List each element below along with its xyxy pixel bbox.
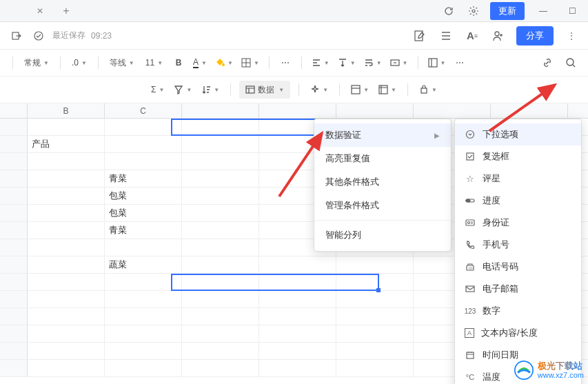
column-header[interactable] xyxy=(259,103,336,118)
submenu-item-number[interactable]: 123数字 xyxy=(455,300,581,322)
update-button[interactable]: 更新 xyxy=(490,2,525,20)
group-button[interactable]: ▼ xyxy=(376,81,399,99)
more-button[interactable]: ⋯ xyxy=(451,54,469,72)
merge-button[interactable]: ▼ xyxy=(387,54,411,72)
column-header[interactable]: B xyxy=(28,103,105,118)
plugin-button[interactable]: ▼ xyxy=(416,81,440,99)
submenu-item-dropdown[interactable]: 下拉选项 xyxy=(455,123,581,145)
more-format-icon[interactable]: ⋯ xyxy=(276,54,294,72)
watermark: 极光下载站 www.xz7.com xyxy=(514,361,584,380)
save-time: 09:23 xyxy=(91,31,112,41)
font-format-icon[interactable]: A≡ xyxy=(464,28,480,44)
number-icon: 123 xyxy=(465,305,476,316)
list-icon[interactable] xyxy=(438,28,454,44)
svg-rect-10 xyxy=(352,85,360,94)
borders-button[interactable]: ▼ xyxy=(239,54,262,72)
svg-rect-11 xyxy=(379,85,387,94)
select-all-corner[interactable] xyxy=(0,103,28,118)
share-button[interactable]: 分享 xyxy=(516,26,554,46)
cell[interactable]: 包菜 xyxy=(105,188,182,204)
link-icon[interactable] xyxy=(538,54,556,72)
svg-rect-14 xyxy=(467,153,474,160)
svg-rect-12 xyxy=(421,88,427,93)
cell[interactable]: 产品 xyxy=(28,136,105,152)
text-icon: A xyxy=(465,328,474,338)
search-icon[interactable] xyxy=(562,54,580,72)
tab-bar: ✕ + 更新 — ☐ xyxy=(0,0,588,22)
cell[interactable]: 蔬菜 xyxy=(105,256,182,273)
svg-rect-9 xyxy=(246,86,254,93)
filter-button[interactable]: ▼ xyxy=(171,81,194,99)
column-header[interactable] xyxy=(414,103,491,118)
wrap-button[interactable]: ▼ xyxy=(361,54,385,72)
menu-item-other-cond[interactable]: 其他条件格式 xyxy=(314,170,451,194)
valign-button[interactable]: ▼ xyxy=(335,54,358,72)
menu-separator xyxy=(314,220,451,221)
telephone-icon xyxy=(465,261,476,272)
settings-icon[interactable] xyxy=(465,3,482,19)
insert-button[interactable]: ▼ xyxy=(425,54,449,72)
column-header[interactable] xyxy=(182,103,259,118)
column-header[interactable]: C xyxy=(105,103,182,118)
cell[interactable]: 青菜 xyxy=(105,222,182,239)
sort-button[interactable]: ▼ xyxy=(199,81,222,99)
data-dropdown-button[interactable]: 数据▼ xyxy=(239,81,290,99)
add-person-icon[interactable] xyxy=(490,28,507,44)
bold-button[interactable]: B xyxy=(170,54,187,72)
phone-icon xyxy=(465,239,476,250)
sum-button[interactable]: Σ▼ xyxy=(148,81,167,99)
menu-item-highlight-dup[interactable]: 高亮重复值 xyxy=(314,147,451,170)
save-label: 最近保存 xyxy=(52,30,85,41)
dropdown-icon xyxy=(465,129,476,140)
submenu-item-tel[interactable]: 电话号码 xyxy=(455,256,581,278)
column-header[interactable] xyxy=(336,103,414,118)
svg-point-8 xyxy=(567,59,574,65)
menu-item-manage-cond[interactable]: 管理条件格式 xyxy=(314,194,451,217)
cell[interactable]: 包菜 xyxy=(105,205,182,221)
minimize-icon[interactable]: — xyxy=(533,3,554,19)
svg-point-13 xyxy=(467,131,474,139)
column-headers: B C xyxy=(0,103,588,119)
menu-item-data-validate[interactable]: 数据验证▶ xyxy=(314,123,451,147)
watermark-url: www.xz7.com xyxy=(538,371,584,379)
tab-add-icon[interactable]: + xyxy=(58,3,74,19)
align-button[interactable]: ▼ xyxy=(309,54,332,72)
column-header[interactable] xyxy=(491,103,568,118)
progress-icon xyxy=(465,195,476,206)
svg-point-2 xyxy=(34,32,43,40)
decimals-select[interactable]: .0▼ xyxy=(68,54,91,72)
font-color-button[interactable]: A▼ xyxy=(190,54,210,72)
check-icon xyxy=(30,28,47,44)
calendar-icon xyxy=(465,350,476,361)
fill-color-button[interactable]: ▼ xyxy=(212,54,236,72)
border-style-select[interactable]: 等线▼ xyxy=(105,54,139,72)
watermark-title: 极光下载站 xyxy=(538,361,584,371)
idcard-icon xyxy=(465,217,476,228)
submenu-item-email[interactable]: 电子邮箱 xyxy=(455,278,581,300)
svg-point-18 xyxy=(468,222,470,224)
font-size-select[interactable]: 11▼ xyxy=(141,54,167,72)
menu-item-smart-split[interactable]: 智能分列 xyxy=(314,223,451,247)
number-format-select[interactable]: 常规▼ xyxy=(20,54,53,72)
chevron-right-icon: ▶ xyxy=(434,132,440,139)
tab-close-icon[interactable]: ✕ xyxy=(33,4,47,18)
data-toolbar: Σ▼ ▼ ▼ 数据▼ ▼ ▼ ▼ ▼ xyxy=(0,77,588,103)
submenu-item-phone[interactable]: 手机号 xyxy=(455,234,581,256)
format-toolbar: 常规▼ .0▼ 等线▼ 11▼ B A▼ ▼ ▼ ⋯ ▼ ▼ ▼ ▼ ▼ ⋯ xyxy=(0,50,588,77)
submenu-item-progress[interactable]: 进度 xyxy=(455,190,581,212)
more-icon[interactable]: ⋮ xyxy=(563,28,580,44)
freeze-button[interactable]: ▼ xyxy=(348,81,372,99)
submenu-item-rating[interactable]: ☆评星 xyxy=(455,168,581,190)
submenu-item-textlen[interactable]: A文本内容/长度 xyxy=(455,322,581,344)
sparkle-button[interactable]: ▼ xyxy=(307,81,331,99)
submenu-item-checkbox[interactable]: 复选框 xyxy=(455,145,581,168)
star-icon: ☆ xyxy=(465,173,476,184)
cell[interactable]: 青菜 xyxy=(105,170,182,187)
edit-icon[interactable] xyxy=(412,28,428,44)
export-icon[interactable] xyxy=(8,28,25,44)
data-menu: 数据验证▶ 高亮重复值 其他条件格式 管理条件格式 智能分列 xyxy=(314,119,452,252)
svg-rect-7 xyxy=(429,59,437,67)
submenu-item-idcard[interactable]: 身份证 xyxy=(455,212,581,234)
maximize-icon[interactable]: ☐ xyxy=(562,3,582,19)
refresh-icon[interactable] xyxy=(440,3,457,19)
